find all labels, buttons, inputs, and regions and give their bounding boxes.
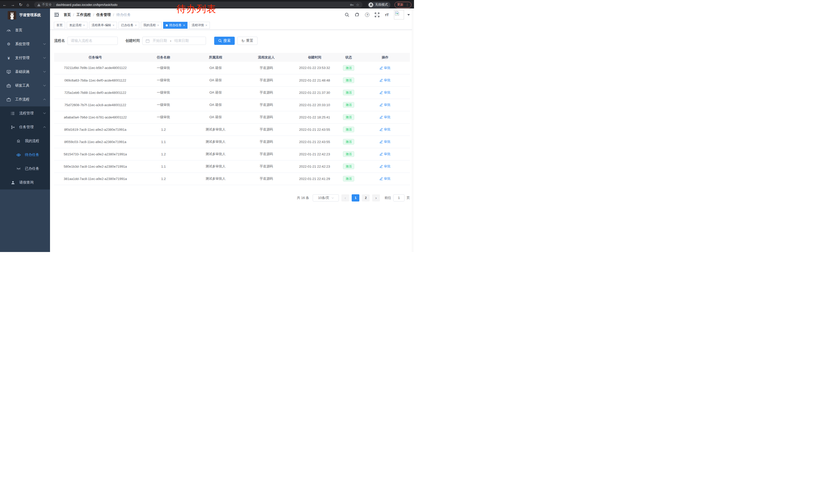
cell-action: 审批	[360, 148, 410, 160]
table-row: 580e1b3d-7ac8-11ec-a9e2-a2380e71991a 1.1…	[54, 160, 410, 173]
sidebar-item-leave-query[interactable]: 请假查询	[0, 176, 50, 189]
tab-my-process[interactable]: 我的流程 ×	[141, 22, 162, 29]
dashboard-icon	[6, 29, 11, 32]
breadcrumb-task-mgmt[interactable]: 任务管理	[96, 12, 111, 17]
prev-page-button[interactable]: ‹	[341, 194, 349, 201]
page-button-2[interactable]: 2	[362, 194, 370, 201]
search-icon[interactable]	[345, 12, 349, 17]
approve-link[interactable]: 审批	[380, 176, 391, 181]
bookmark-star-icon[interactable]: ☆	[356, 3, 359, 7]
tab-process-detail[interactable]: 流程详情 ×	[189, 22, 210, 29]
approve-link-label: 审批	[384, 65, 391, 70]
fullscreen-icon[interactable]	[375, 12, 379, 17]
cell-created: 2022-01-21 22:43:55	[292, 123, 337, 136]
tab-close-icon[interactable]: ×	[135, 24, 137, 27]
sidebar-item-task-mgmt[interactable]: 任务管理	[0, 120, 50, 134]
approve-link-label: 审批	[384, 127, 391, 132]
github-icon[interactable]	[355, 12, 360, 17]
approve-link[interactable]: 审批	[380, 152, 391, 156]
sidebar-item-process-mgmt[interactable]: 流程管理	[0, 106, 50, 120]
sidebar-item-label: 待办任务	[25, 152, 39, 157]
avatar-dropdown-caret[interactable]	[407, 14, 410, 16]
page-size-value: 10条/页	[318, 196, 329, 200]
tab-start-process[interactable]: 发起流程 ×	[67, 22, 87, 29]
calendar-icon	[146, 39, 150, 43]
sidebar-item-workflow[interactable]: 工作流程	[0, 93, 50, 106]
approve-link[interactable]: 审批	[380, 164, 391, 169]
cell-action: 审批	[360, 160, 410, 173]
browser-home-button[interactable]: ⌂	[27, 3, 29, 7]
sidebar-item-label: 我的流程	[25, 139, 39, 143]
cell-process: 测试多审批人	[191, 173, 241, 185]
approve-link[interactable]: 审批	[380, 139, 391, 144]
browser-update-button[interactable]: 更新 ⋮	[395, 2, 411, 8]
help-icon[interactable]: ?	[365, 12, 369, 17]
process-name-input[interactable]: 请输入流程名	[68, 37, 118, 45]
font-size-icon[interactable]: ᴛT	[385, 12, 388, 17]
sidebar-item-home[interactable]: 首页	[0, 23, 50, 37]
approve-link[interactable]: 审批	[380, 78, 391, 83]
cell-status: 激活	[337, 111, 360, 123]
breadcrumb-home[interactable]: 首页	[64, 12, 71, 17]
cell-process: 测试多审批人	[191, 136, 241, 148]
breadcrumb-workflow[interactable]: 工作流程	[76, 12, 91, 17]
approve-link-label: 审批	[384, 115, 391, 120]
browser-reload-button[interactable]: ↻	[19, 3, 22, 7]
page-scrollbar[interactable]	[412, 8, 414, 252]
sidebar-item-system[interactable]: ⚙ 系统管理	[0, 37, 50, 51]
page-size-select[interactable]: 10条/页	[313, 194, 339, 201]
update-label: 更新	[397, 3, 404, 7]
sidebar-collapse-icon[interactable]	[54, 12, 59, 17]
cell-starter: 芋道源码	[241, 160, 292, 173]
app-title: 芋道管理系统	[19, 13, 41, 17]
sidebar-item-todo-tasks[interactable]: 待办任务	[0, 148, 50, 162]
tab-close-icon[interactable]: ×	[83, 24, 85, 27]
date-range-input[interactable]: 开始日期 - 结束日期	[142, 37, 206, 45]
header-created: 创建时间	[292, 53, 337, 62]
tab-close-icon[interactable]: ×	[183, 24, 185, 27]
browser-back-button[interactable]: ←	[3, 3, 7, 7]
tab-done-tasks[interactable]: 已办任务 ×	[119, 22, 139, 29]
status-badge: 激活	[343, 164, 354, 169]
browser-forward-button[interactable]: →	[11, 3, 15, 7]
reset-button[interactable]: ↻ 重置	[237, 37, 257, 45]
table-row: a6aba0a4-7b6d-11ec-b781-acde48001122 一级审…	[54, 111, 410, 123]
cell-status: 激活	[337, 148, 360, 160]
tab-form-edit[interactable]: 流程表单-编辑 ×	[89, 22, 117, 29]
approve-link[interactable]: 审批	[380, 127, 391, 132]
approve-link[interactable]: 审批	[380, 102, 391, 107]
search-button[interactable]: 搜索	[214, 37, 235, 45]
approve-link[interactable]: 审批	[380, 90, 391, 95]
tab-close-icon[interactable]: ×	[157, 24, 159, 27]
approve-link[interactable]: 审批	[380, 65, 391, 70]
key-icon[interactable]	[350, 3, 354, 7]
tab-todo-tasks[interactable]: 待办任务 ×	[163, 22, 188, 29]
filter-bar: 流程名 请输入流程名 创建时间 开始日期 - 结束日期 搜索 ↻ 重置	[54, 37, 410, 45]
sidebar-item-my-process[interactable]: 我的流程	[0, 134, 50, 148]
goto-page-input[interactable]	[393, 194, 405, 201]
sidebar-item-payment[interactable]: ¥ 支付管理	[0, 51, 50, 65]
list-tree-icon	[10, 111, 15, 116]
edit-pencil-icon	[380, 165, 383, 168]
sidebar-item-infrastructure[interactable]: 基础设施	[0, 65, 50, 79]
tab-close-icon[interactable]: ×	[113, 24, 114, 27]
next-page-button[interactable]: ›	[372, 194, 380, 201]
cell-task-id: 75d72608-7b7f-11ec-a3c8-acde48001122	[54, 99, 136, 111]
cell-action: 审批	[360, 136, 410, 148]
cell-action: 审批	[360, 173, 410, 185]
tab-label: 流程详情	[192, 23, 204, 28]
cell-task-id: 725a1eb6-7b88-11ec-8ef0-acde48001122	[54, 86, 136, 99]
status-badge: 激活	[343, 90, 354, 95]
tab-close-icon[interactable]: ×	[205, 24, 207, 27]
browser-menu-icon[interactable]: ⋮	[406, 3, 409, 7]
cell-starter: 芋道源码	[241, 74, 292, 86]
avatar[interactable]	[394, 10, 404, 19]
approve-link[interactable]: 审批	[380, 115, 391, 120]
sidebar-item-devtools[interactable]: 研发工具	[0, 79, 50, 93]
header-status: 状态	[337, 53, 360, 62]
security-warning[interactable]: 不安全	[37, 3, 52, 7]
page-button-1[interactable]: 1	[352, 194, 359, 201]
sidebar-item-done-tasks[interactable]: 已办任务	[0, 162, 50, 176]
goto-label: 前往	[384, 196, 391, 200]
tab-home[interactable]: 首页	[54, 22, 65, 29]
